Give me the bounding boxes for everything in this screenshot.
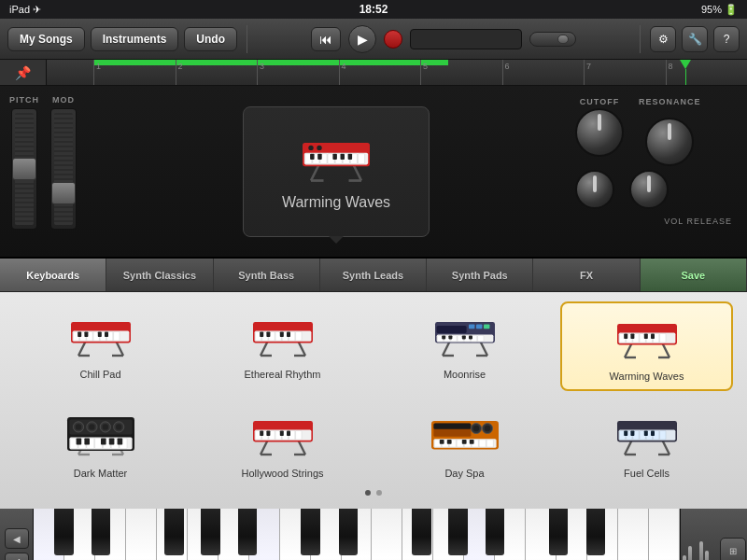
- knobs-top-row: CUTOFF RESONANCE: [575, 97, 732, 157]
- mixer-icon-button[interactable]: ⚙: [650, 26, 676, 52]
- right-controls: CUTOFF RESONANCE VOL RELEASE: [560, 86, 747, 257]
- key-b5[interactable]: [649, 509, 680, 560]
- svg-point-104: [102, 424, 107, 429]
- piano-grid-button[interactable]: ⊞: [720, 538, 746, 560]
- dark-matter-icon: [63, 409, 138, 463]
- toolbar-center: ⏮ ▶: [257, 25, 630, 53]
- svg-rect-152: [486, 440, 493, 447]
- fuel-cells-thumb: [610, 408, 684, 464]
- svg-rect-73: [448, 335, 452, 339]
- mod-slider-group: MOD: [50, 95, 77, 230]
- undo-button[interactable]: Undo: [184, 27, 237, 51]
- svg-rect-116: [84, 438, 90, 444]
- tab-fx[interactable]: FX: [533, 259, 640, 291]
- velocity-bars: [683, 527, 714, 560]
- fuel-cells-icon: [610, 409, 684, 463]
- instrument-ethereal-rhythm[interactable]: Ethereal Rhythm: [196, 301, 369, 391]
- key-fs3[interactable]: [164, 509, 184, 555]
- pitch-slider[interactable]: [11, 108, 37, 230]
- key-cs5[interactable]: [549, 509, 569, 555]
- key-ds4[interactable]: [339, 509, 359, 555]
- instrument-fuel-cells[interactable]: Fuel Cells: [560, 400, 733, 486]
- dot-2[interactable]: [376, 490, 382, 496]
- svg-rect-51: [260, 331, 263, 337]
- warming-waves-label: Warming Waves: [610, 371, 684, 382]
- svg-rect-16: [332, 153, 337, 159]
- svg-rect-14: [310, 153, 315, 159]
- resonance-knob[interactable]: [645, 118, 694, 166]
- pitch-slider-group: PITCH: [9, 95, 39, 230]
- svg-rect-15: [317, 153, 322, 159]
- timeline-ruler[interactable]: 1 2 3 4 5 6 7 8: [47, 60, 747, 85]
- tab-synth-leads[interactable]: Synth Leads: [320, 259, 427, 291]
- rewind-button[interactable]: ⏮: [311, 27, 341, 51]
- current-instrument-name: Warming Waves: [282, 194, 390, 211]
- octave-plus-button[interactable]: +1: [5, 553, 29, 560]
- svg-rect-61: [469, 324, 474, 329]
- tab-synth-classics[interactable]: Synth Classics: [106, 259, 213, 291]
- instrument-warming-waves[interactable]: Warming Waves: [560, 301, 733, 391]
- key-gs3[interactable]: [201, 509, 220, 555]
- mod-slider[interactable]: [50, 108, 77, 230]
- mark-6: 6: [502, 60, 585, 85]
- svg-rect-89: [624, 333, 627, 339]
- svg-rect-17: [341, 153, 345, 159]
- svg-rect-33: [113, 331, 119, 341]
- separator-2: [640, 25, 641, 53]
- dot-1[interactable]: [365, 490, 371, 496]
- svg-rect-154: [446, 440, 451, 444]
- key-as4[interactable]: [486, 509, 505, 555]
- help-icon-button[interactable]: ?: [713, 26, 740, 52]
- instrument-dark-matter[interactable]: Dark Matter: [14, 400, 187, 486]
- separator-1: [247, 25, 247, 53]
- piano-side-right: ⊞: [680, 509, 747, 560]
- key-gs4[interactable]: [448, 509, 468, 555]
- instrument-browser: Chill Pad: [0, 292, 747, 509]
- instrument-day-spa[interactable]: Day Spa: [378, 400, 551, 486]
- tab-save[interactable]: Save: [641, 259, 747, 291]
- tab-synth-bass[interactable]: Synth Bass: [214, 259, 320, 291]
- instruments-button[interactable]: Instruments: [91, 27, 179, 51]
- instrument-hollywood-strings[interactable]: Hollywood Strings: [196, 400, 369, 486]
- mod-thumb: [51, 182, 76, 204]
- piano-keys[interactable]: C3: [34, 509, 680, 560]
- wrench-icon-button[interactable]: 🔧: [682, 26, 708, 52]
- knob-4[interactable]: [629, 170, 669, 209]
- octave-down-button[interactable]: ◀: [5, 528, 29, 549]
- dark-matter-thumb: [63, 408, 138, 464]
- cutoff-knob[interactable]: [575, 108, 624, 157]
- key-fs4[interactable]: [412, 509, 431, 555]
- svg-point-100: [75, 424, 80, 429]
- master-volume-slider[interactable]: [529, 32, 576, 47]
- key-cs3[interactable]: [54, 509, 74, 555]
- lcd-display: [410, 29, 522, 49]
- chill-pad-label: Chill Pad: [79, 369, 120, 380]
- day-spa-label: Day Spa: [444, 468, 484, 479]
- instrument-chill-pad[interactable]: Chill Pad: [14, 301, 187, 391]
- my-songs-button[interactable]: My Songs: [7, 27, 85, 51]
- mark-3: 3: [257, 60, 339, 85]
- svg-rect-54: [287, 331, 290, 337]
- key-ds3[interactable]: [92, 509, 111, 555]
- tab-keyboards[interactable]: Keyboards: [0, 259, 106, 291]
- moonrise-thumb: [428, 309, 502, 365]
- svg-rect-118: [108, 438, 114, 444]
- track-header: 📌: [0, 60, 47, 85]
- svg-rect-156: [469, 440, 473, 444]
- record-button[interactable]: [384, 30, 402, 49]
- tab-synth-pads[interactable]: Synth Pads: [427, 259, 533, 291]
- toolbar-right: ⚙ 🔧 ?: [636, 25, 740, 53]
- key-a5[interactable]: [618, 509, 649, 560]
- pitch-thumb: [12, 158, 36, 180]
- svg-point-106: [116, 424, 121, 429]
- key-f3[interactable]: [126, 509, 157, 560]
- key-g4[interactable]: [372, 509, 402, 560]
- key-cs4[interactable]: [301, 509, 320, 555]
- instrument-box: Warming Waves: [243, 106, 430, 237]
- instrument-moonrise[interactable]: Moonrise: [378, 301, 551, 391]
- play-button[interactable]: ▶: [348, 25, 376, 53]
- key-as3[interactable]: [238, 509, 258, 555]
- knob-3[interactable]: [575, 170, 614, 209]
- svg-rect-71: [477, 335, 483, 341]
- key-ds5[interactable]: [586, 509, 606, 555]
